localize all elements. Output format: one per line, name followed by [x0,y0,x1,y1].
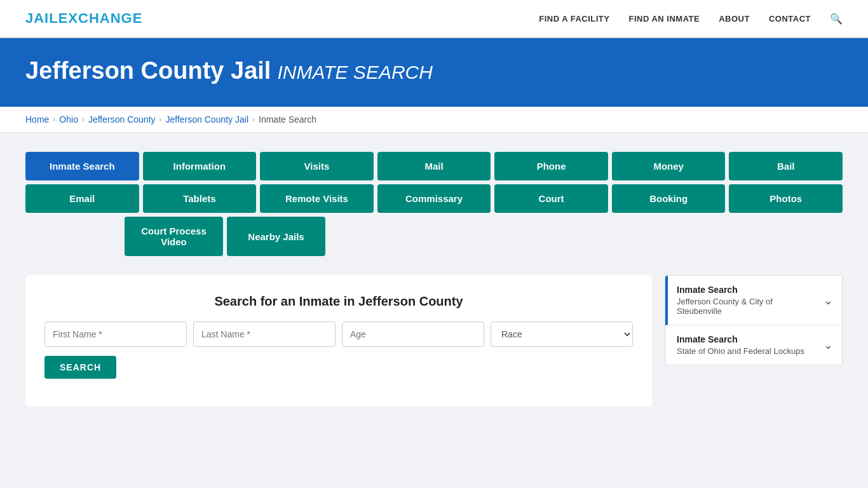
logo-exchange: EXCHANGE [58,10,143,26]
nav-find-inmate[interactable]: FIND AN INMATE [628,14,700,24]
sidebar-item-ohio-federal[interactable]: Inmate Search State of Ohio and Federal … [665,325,842,365]
chevron-down-icon: ⌄ [824,294,833,308]
breadcrumb: Home › Ohio › Jefferson County › Jeffers… [25,114,843,125]
main-content: Inmate Search Information Visits Mail Ph… [0,133,868,426]
btn-money[interactable]: Money [612,152,726,180]
first-name-input[interactable] [44,322,187,347]
breadcrumb-home[interactable]: Home [25,114,49,125]
main-nav: FIND A FACILITY FIND AN INMATE ABOUT CON… [539,13,843,25]
btn-commissary[interactable]: Commissary [377,184,491,213]
nav-about[interactable]: ABOUT [719,14,750,24]
breadcrumb-jefferson-county-jail[interactable]: Jefferson County Jail [166,114,248,125]
search-icon[interactable]: 🔍 [830,13,843,25]
race-select[interactable]: Race White Black Hispanic Asian Other [491,322,633,347]
breadcrumb-sep-3: › [159,115,162,124]
breadcrumb-sep-1: › [53,115,55,124]
btn-inmate-search[interactable]: Inmate Search [25,152,139,180]
sidebar: Inmate Search Jefferson County & City of… [665,275,843,365]
btn-information[interactable]: Information [143,152,257,180]
breadcrumb-ohio[interactable]: Ohio [59,114,78,125]
sidebar-item-jefferson-county[interactable]: Inmate Search Jefferson County & City of… [665,276,842,325]
btn-court-process-video[interactable]: Court Process Video [125,217,223,256]
site-header: JAILEXCHANGE FIND A FACILITY FIND AN INM… [0,0,868,38]
btn-visits[interactable]: Visits [260,152,374,180]
sidebar-item-ohio-title: Inmate Search [677,334,817,344]
age-input[interactable] [342,322,484,347]
breadcrumb-current: Inmate Search [259,114,316,125]
btn-tablets[interactable]: Tablets [143,184,257,213]
btn-row-1: Inmate Search Information Visits Mail Ph… [25,152,843,180]
search-form-title: Search for an Inmate in Jefferson County [44,294,633,309]
lower-section: Search for an Inmate in Jefferson County… [25,275,843,407]
btn-photos[interactable]: Photos [729,184,843,213]
search-button-row: SEARCH [44,356,633,379]
btn-email[interactable]: Email [25,184,139,213]
sidebar-item-ohio-subtitle: State of Ohio and Federal Lockups [677,346,817,356]
breadcrumb-bar: Home › Ohio › Jefferson County › Jeffers… [0,107,868,133]
btn-row-3: Court Process Video Nearby Jails [25,217,843,256]
hero-title-italic: INMATE SEARCH [277,62,432,83]
btn-nearby-jails[interactable]: Nearby Jails [227,217,325,256]
nav-button-grid: Inmate Search Information Visits Mail Ph… [25,152,843,256]
breadcrumb-jefferson-county[interactable]: Jefferson County [88,114,156,125]
breadcrumb-sep-2: › [82,115,85,124]
btn-booking[interactable]: Booking [612,184,726,213]
search-button[interactable]: SEARCH [44,356,116,379]
search-form-name-row: Race White Black Hispanic Asian Other [44,322,633,347]
search-form-box: Search for an Inmate in Jefferson County… [25,275,652,407]
btn-court[interactable]: Court [494,184,608,213]
btn-row-2: Email Tablets Remote Visits Commissary C… [25,184,843,213]
logo-jail: JAIL [25,10,58,26]
hero-banner: Jefferson County JailINMATE SEARCH [0,38,868,107]
nav-contact[interactable]: CONTACT [769,14,811,24]
site-logo[interactable]: JAILEXCHANGE [25,10,142,27]
btn-bail[interactable]: Bail [729,152,843,180]
last-name-input[interactable] [193,322,336,347]
chevron-down-icon-2: ⌄ [824,338,833,352]
sidebar-item-jefferson-title: Inmate Search [677,285,817,295]
btn-phone[interactable]: Phone [494,152,608,180]
hero-title-main: Jefferson County Jail [25,57,271,84]
btn-remote-visits[interactable]: Remote Visits [260,184,374,213]
breadcrumb-sep-4: › [252,115,255,124]
sidebar-item-jefferson-subtitle: Jefferson County & City of Steubenville [677,297,817,316]
hero-title: Jefferson County JailINMATE SEARCH [25,57,843,85]
nav-find-facility[interactable]: FIND A FACILITY [539,14,609,24]
btn-mail[interactable]: Mail [377,152,491,180]
